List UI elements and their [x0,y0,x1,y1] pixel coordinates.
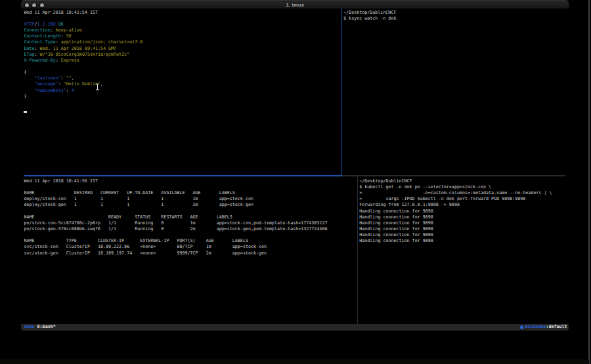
text-segment: Handling connection for 9898 [359,209,433,214]
text-segment: 4 [72,88,74,93]
window-title: 1. tmux [21,1,569,9]
text-segment: ETag [24,52,34,57]
text-segment: Handling connection for 9898 [359,232,433,237]
text-segment: $ ksync watch -n dok [343,16,396,21]
pane-top-left[interactable]: Wed 11 Apr 2018 10:41:54 ISTHTTP/1.1 200… [24,10,142,100]
terminal-line: NAME DESIRED CURRENT UP-TO-DATE AVAILABL… [24,190,327,196]
text-segment: HTTP [24,22,34,27]
terminal-line: > -o=custom-columns=:metadata.name --no-… [359,190,552,196]
terminal-line [24,232,327,238]
terminal-line: "lastseen": "", [24,75,142,81]
terminal-line: Handling connection for 9898 [359,238,552,244]
desktop: { "window": { "title": "1. tmux", "traff… [0,0,591,364]
terminal-window: 1. tmux Wed 11 Apr 2018 10:41:54 ISTHTTP… [21,0,569,331]
pane-bottom-left[interactable]: Wed 11 Apr 2018 10:41:56 ISTNAME DESIRED… [24,178,327,256]
terminal-line: Wed 11 Apr 2018 10:41:54 IST [24,10,142,16]
text-segment: deploy/stock-con 1 1 1 1 1m app=stock-co… [24,196,253,201]
text-segment: 56 [64,33,72,39]
text-segment: OK [58,22,64,27]
terminal-line: deploy/stock-gen 1 1 1 1 2m app=stock-ge… [24,202,327,208]
text-segment: Handling connection for 9898 [359,214,433,220]
terminal-text-cursor [24,111,26,113]
terminal-line: Handling connection for 9898 [359,232,552,238]
text-segment: > -o=custom-columns=:metadata.name --no-… [359,190,552,195]
pane-top-right[interactable]: ~/Desktop/DublinCNCF$ ksync watch -n dok [343,10,396,22]
status-left: demo 0:bash* [24,324,55,330]
terminal-line: svc/stock-gen ClusterIP 10.109.197.74 <n… [24,251,327,256]
pane-divider-vertical-bottom[interactable] [357,176,358,325]
text-segment: , [72,75,74,81]
text-segment: Content-Type [24,39,55,45]
text-segment: "numsymbols" [35,88,66,93]
terminal-line: ~/Desktop/DublinCNCF [343,10,396,16]
kube-context: minikube [525,324,546,330]
text-segment: Handling connection for 9898 [359,238,433,243]
text-segment: keep-alive [53,28,82,33]
text-segment: Forwarding from 127.0.0.1:9898 -> 9898 [359,202,460,207]
terminal-line [24,16,142,22]
terminal-line: ~/Desktop/DublinCNCF [359,178,552,184]
text-segment: Handling connection for 9898 [359,226,433,232]
pane-bottom-right[interactable]: ~/Desktop/DublinCNCF$ kubectl get -n dok… [359,178,552,245]
terminal-line: Content-Type: application/json; charset=… [24,39,142,45]
status-right: minikube :default [520,324,567,330]
terminal-line: Handling connection for 9898 [359,209,552,214]
text-segment [24,88,34,93]
text-segment [24,81,34,87]
text-segment: po/stock-con-5cc874766c-2p6rp 1/1 Runnin… [24,220,327,226]
pane-divider-vertical-top[interactable] [341,9,343,175]
terminal-line: NAME TYPE CLUSTER-IP EXTERNAL-IP PORT(S)… [24,238,327,244]
text-segment: Wed 11 Apr 2018 10:41:56 IST [24,178,97,184]
text-segment: Wed 11 Apr 2018 10:41:54 IST [24,10,97,15]
pane-divider-horizontal[interactable] [342,175,565,176]
text-segment: X-Powered-By [24,58,55,63]
text-segment: Express [58,58,79,63]
text-segment: Connection [24,28,50,33]
window-titlebar[interactable]: 1. tmux [21,0,569,9]
terminal-line: po/stock-con-5cc874766c-2p6rp 1/1 Runnin… [24,220,327,226]
text-segment: , [100,81,103,87]
text-segment: "message" [35,81,58,87]
text-segment: NAME TYPE CLUSTER-IP EXTERNAL-IP PORT(S)… [24,238,248,243]
text-segment: application/json; charset=utf-8 [58,39,143,45]
text-segment: { [24,70,26,75]
tmux-status-bar: demo 0:bash* minikube :default [21,324,569,330]
terminal-line: Handling connection for 9898 [359,220,552,226]
terminal-line: Handling connection for 9898 [359,214,552,220]
terminal-line: Wed 11 Apr 2018 10:41:56 IST [24,178,327,184]
window-tab-bash[interactable]: 0:bash* [37,324,56,330]
text-segment: svc/stock-con ClusterIP 10.99.222.96 <no… [24,244,267,249]
text-segment [24,75,34,81]
text-segment: deploy/stock-gen 1 1 1 1 2m app=stock-ge… [24,202,253,207]
kubernetes-hexagon-icon [520,325,524,329]
terminal-line: po/stock-gen-576cc688bb-swqf6 1/1 Runnin… [24,226,327,232]
text-segment: Date [24,46,34,51]
text-segment: ~/Desktop/DublinCNCF [359,178,412,184]
text-segment: "lastseen" [35,75,61,81]
terminal-line: > xargs -IPOD kubectl -n dok port-forwar… [359,196,552,202]
terminal-line: HTTP/1.1 200 OK [24,22,142,28]
tmux-terminal: Wed 11 Apr 2018 10:41:54 ISTHTTP/1.1 200… [21,9,569,324]
terminal-line: } [24,94,142,100]
text-segment: } [24,94,26,99]
terminal-line: X-Powered-By: Express [24,58,142,64]
text-segment: ~/Desktop/DublinCNCF [343,10,396,15]
text-segment: NAME DESIRED CURRENT UP-TO-DATE AVAILABL… [24,190,234,195]
terminal-line: NAME READY STATUS RESTARTS AGE LABELS [24,214,327,220]
terminal-line: svc/stock-con ClusterIP 10.99.222.96 <no… [24,244,327,250]
terminal-line: "message": "Hello Dublin", [24,81,142,87]
text-segment: Wed, 11 Apr 2018 09:41:54 GMT [37,46,117,51]
terminal-line: Handling connection for 9898 [359,226,552,232]
desktop-bottom-strip [0,359,589,364]
terminal-line: deploy/stock-con 1 1 1 1 1m app=stock-co… [24,196,327,202]
text-segment: Content-Length [24,33,60,39]
terminal-line: Connection: keep-alive [24,28,142,33]
text-segment: W/"38-05coCsrg3mQ75sHr1d/qcWTwYZc" [37,52,130,57]
text-segment: "" [66,75,72,81]
terminal-line: Date: Wed, 11 Apr 2018 09:41:54 GMT [24,46,142,52]
text-segment: $ kubectl get -n dok po --selector=app=s… [359,184,491,190]
terminal-line [24,184,327,190]
terminal-line [24,209,327,214]
pane-divider-horizontal-active[interactable] [24,175,342,176]
text-segment: 200 [48,22,56,27]
